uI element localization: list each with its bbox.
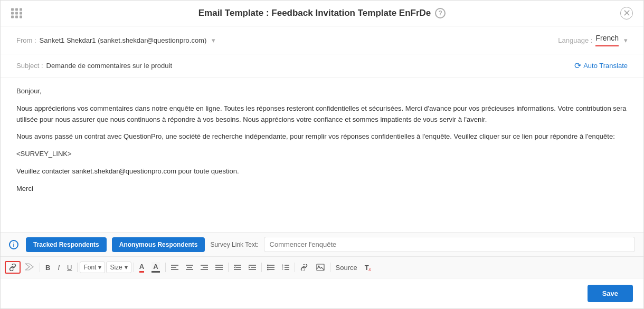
modal-header: Email Template : Feedback Invitation Tem… <box>1 1 643 26</box>
svg-text:3.: 3. <box>282 268 283 271</box>
help-icon[interactable]: ? <box>435 8 446 18</box>
body-signoff: Merci <box>16 184 628 195</box>
ordered-list-icon: 1.2.3. <box>282 264 289 271</box>
from-left: From : Sanket1 Shekdar1 (sanket.shekdar@… <box>16 36 215 44</box>
translate-icon: ⟳ <box>574 61 581 71</box>
insert-image-button[interactable] <box>313 262 328 273</box>
close-button[interactable]: ✕ <box>620 7 633 20</box>
font-dropdown-icon: ▾ <box>98 264 101 271</box>
email-body: Bonjour, Nous apprécierions vos commenta… <box>1 78 643 232</box>
divider6 <box>261 263 262 272</box>
survey-link-text-label: Survey Link Text: <box>210 241 258 248</box>
divider4 <box>165 263 166 272</box>
align-justify-icon <box>215 264 223 271</box>
info-icon[interactable]: i <box>9 240 18 249</box>
from-dropdown-icon[interactable]: ▾ <box>212 36 215 44</box>
respondents-toolbar: i Tracked Respondents Anonymous Responde… <box>1 232 643 256</box>
svg-point-22 <box>267 267 269 268</box>
highlight-color-button[interactable]: A <box>148 260 163 275</box>
svg-point-24 <box>267 269 269 271</box>
align-justify-button[interactable] <box>212 262 226 273</box>
outdent-button[interactable] <box>231 262 244 273</box>
link-icon <box>8 264 17 271</box>
subject-row: Subject : Demande de commentaires sur le… <box>1 54 643 78</box>
outdent-icon <box>234 264 241 271</box>
divider1 <box>40 263 40 272</box>
divider5 <box>228 263 229 272</box>
size-label: Size <box>110 264 122 271</box>
svg-marker-19 <box>249 266 250 268</box>
size-dropdown-icon: ▾ <box>125 264 128 271</box>
align-left-button[interactable] <box>168 262 182 273</box>
language-selector: Language : French ▾ <box>558 34 628 46</box>
divider8 <box>330 263 330 272</box>
tag-button[interactable] <box>22 261 37 274</box>
insert-image-icon <box>316 264 325 271</box>
svg-point-20 <box>267 265 269 266</box>
unordered-list-button[interactable] <box>264 262 278 273</box>
indent-icon <box>249 264 256 271</box>
italic-button[interactable]: I <box>54 262 63 274</box>
align-right-icon <box>201 264 208 271</box>
source-button[interactable]: Source <box>333 262 361 274</box>
svg-marker-15 <box>234 266 235 268</box>
save-button[interactable]: Save <box>588 285 633 302</box>
font-label: Font <box>83 264 96 271</box>
subject-left: Subject : Demande de commentaires sur le… <box>16 62 172 70</box>
size-selector[interactable]: Size ▾ <box>106 262 131 273</box>
language-dropdown-icon[interactable]: ▾ <box>624 36 628 44</box>
divider2 <box>77 263 78 272</box>
editor-toolbar: B I U Font ▾ Size ▾ A A <box>1 256 643 278</box>
body-para1: Nous apprécierions vos commentaires dans… <box>16 103 628 125</box>
body-para2: Nous avons passé un contrat avec Questio… <box>16 131 628 142</box>
from-row: From : Sanket1 Shekdar1 (sanket.shekdar@… <box>1 26 643 54</box>
email-content: From : Sanket1 Shekdar1 (sanket.shekdar@… <box>1 26 643 278</box>
survey-link-input[interactable] <box>264 237 635 252</box>
highlight-icon: A <box>151 262 159 273</box>
insert-link-icon <box>300 264 309 271</box>
align-center-button[interactable] <box>183 262 196 273</box>
divider3 <box>134 263 134 272</box>
font-color-icon: A <box>139 263 144 273</box>
from-value: Sanket1 Shekdar1 (sanket.shekdar@questio… <box>40 36 207 44</box>
align-left-icon <box>171 264 178 271</box>
from-label: From : <box>16 36 36 44</box>
underline-button[interactable]: U <box>64 262 75 274</box>
ordered-list-button[interactable]: 1.2.3. <box>279 262 292 273</box>
tag-icon <box>25 263 34 271</box>
indent-button[interactable] <box>245 262 259 273</box>
apps-icon[interactable] <box>11 8 23 18</box>
modal-title: Email Template : Feedback Invitation Tem… <box>198 8 431 18</box>
body-para3: Veuillez contacter sanket.shekdar@questi… <box>16 166 628 177</box>
auto-translate-button[interactable]: ⟳ Auto Translate <box>574 61 628 71</box>
body-greeting: Bonjour, <box>16 86 628 97</box>
insert-link-button[interactable] <box>297 262 312 273</box>
align-right-button[interactable] <box>197 262 211 273</box>
tracked-respondents-button[interactable]: Tracked Respondents <box>26 237 107 252</box>
link-button[interactable] <box>5 261 21 274</box>
font-selector[interactable]: Font ▾ <box>80 262 105 273</box>
font-color-button[interactable]: A <box>136 260 147 275</box>
svg-rect-32 <box>317 264 324 271</box>
anonymous-respondents-button[interactable]: Anonymous Respondents <box>112 237 205 252</box>
modal-container: Email Template : Feedback Invitation Tem… <box>0 0 644 309</box>
bold-button[interactable]: B <box>42 262 53 274</box>
align-center-icon <box>186 264 193 271</box>
language-value: French <box>595 34 619 46</box>
subject-value: Demande de commentaires sur le produit <box>46 62 172 70</box>
modal-footer: Save <box>1 278 643 308</box>
subject-label: Subject : <box>16 62 43 70</box>
divider7 <box>295 263 295 272</box>
body-survey-link: <SURVEY_LINK> <box>16 149 628 160</box>
remove-format-button[interactable]: T x <box>362 262 372 274</box>
language-label: Language : <box>558 36 592 44</box>
remove-format-icon: T x <box>365 264 369 272</box>
unordered-list-icon <box>267 264 274 271</box>
auto-translate-label: Auto Translate <box>583 62 628 70</box>
